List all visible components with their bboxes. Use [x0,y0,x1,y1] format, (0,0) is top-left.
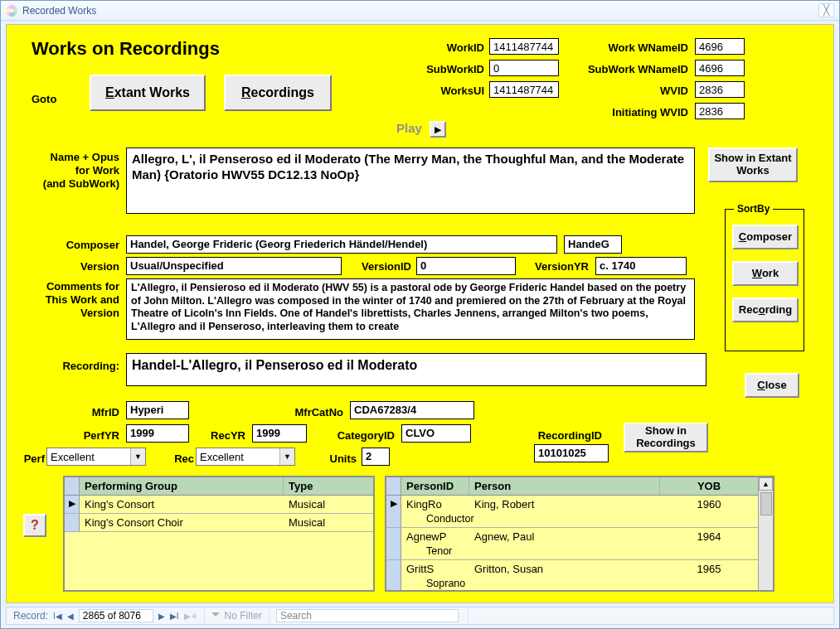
version-label: Version [40,260,119,273]
composer-label: Composer [40,239,119,251]
recordings-button[interactable]: Recordings [224,75,332,111]
sort-work-button[interactable]: Work [732,261,799,286]
chevron-down-icon: ▼ [130,448,145,465]
table-row[interactable]: ▶ King's Consort Musical [65,496,373,514]
versionyr-field[interactable]: c. 1740 [595,257,687,275]
app-icon [6,5,17,17]
table-row[interactable]: King's Consort Choir Musical [65,514,373,532]
extant-works-button[interactable]: Extant Works [90,75,206,111]
subworkid-label: SubWorkID [396,63,484,75]
record-navigator: Record: I◀ ◀ ▶ ▶I ▶✳ No Filter [6,607,834,625]
subworkid-field[interactable]: 0 [489,60,559,76]
grid-body: ▶ King's Consort Musical King's Consort … [65,496,373,590]
mfrid-field[interactable]: Hyperi [126,401,189,419]
record-position-field[interactable] [79,609,153,622]
perf-label: Perf [15,452,45,465]
grid1-col-type: Type [284,477,373,495]
worksui-field[interactable]: 1411487744 [489,81,559,98]
grid1-col-group: Performing Group [80,477,284,495]
initwvid-field[interactable]: 2836 [695,103,745,119]
comments-field[interactable]: L'Allegro, il Pensieroso ed il Moderato … [126,278,695,340]
nameopus-field[interactable]: Allegro, L', il Penseroso ed il Moderato… [126,148,695,214]
nameopus-label-3: (and SubWork) [23,177,119,190]
nav-prev-button[interactable]: ◀ [67,612,74,621]
window-close-button[interactable]: ╳ [818,3,834,17]
worksui-label: WorksUI [396,85,484,97]
categoryid-field[interactable]: CLVO [401,424,471,443]
sort-composer-button[interactable]: Composer [732,225,799,249]
units-field[interactable]: 2 [362,448,390,466]
sort-recording-button[interactable]: Recording [732,298,799,322]
cell-yob: 1960 [660,496,758,513]
versionid-label: VersionID [350,260,411,273]
table-row[interactable]: AgnewP Agnew, Paul 1964 Tenor [386,528,758,560]
recording-field[interactable]: Handel-L'Allegro, il Penseroso ed il Mod… [126,353,706,386]
performing-group-grid[interactable]: Performing Group Type ▶ King's Consort M… [63,476,375,592]
table-row[interactable]: ▶ KingRo King, Robert 1960 Conductor [386,496,758,528]
row-selector[interactable]: ▶ [65,496,80,513]
row-selector-header [65,477,80,495]
perfyr-field[interactable]: 1999 [126,424,189,443]
page-title: Works on Recordings [32,38,220,60]
perf-combo-value: Excellent [51,451,95,463]
window: Recorded Works ╳ Works on Recordings Got… [0,0,840,629]
play-button[interactable]: ▶ [430,121,446,138]
scrollbar[interactable]: ▲ [758,477,773,590]
show-recordings-button[interactable]: Show in Recordings [624,423,708,452]
row-selector[interactable]: ▶ [386,496,401,527]
recyr-field[interactable]: 1999 [252,424,307,443]
subwnameid-label: SubWork WNameID [571,63,688,75]
cell-type: Musical [284,514,373,531]
nav-first-button[interactable]: I◀ [53,612,62,621]
rec-combo-value: Excellent [200,451,244,463]
wnameid-field[interactable]: 4696 [695,38,745,55]
nav-next-button[interactable]: ▶ [158,612,165,621]
search-input[interactable] [276,609,459,622]
close-button[interactable]: Close [745,373,799,398]
mfrcatno-field[interactable]: CDA67283/4 [350,401,474,419]
units-label: Units [320,452,357,465]
nav-new-button[interactable]: ▶✳ [184,612,197,621]
nav-last-button[interactable]: ▶I [170,612,179,621]
workid-label: WorkID [396,41,484,54]
cell-pid: GrittS [401,560,469,578]
show-extant-button[interactable]: Show in Extant Works [708,148,798,182]
wvid-field[interactable]: 2836 [695,81,745,98]
composer-short-field[interactable]: HandeG [564,235,622,254]
mfrid-label: MfrID [65,406,119,419]
goto-label: Goto [32,93,81,105]
recyr-label: RecYR [192,429,245,442]
row-selector[interactable] [386,528,401,559]
play-label: Play [396,121,422,135]
cell-person: Agnew, Paul [469,528,660,545]
perf-combo[interactable]: Excellent ▼ [46,448,146,466]
row-selector[interactable] [386,560,401,590]
scroll-up-icon[interactable]: ▲ [759,477,773,491]
scroll-thumb[interactable] [760,492,772,515]
person-grid[interactable]: PersonID Person YOB ▶ KingRo King, Rober… [385,476,774,592]
wnameid-label: Work WNameID [587,41,688,54]
grid-body: ▶ KingRo King, Robert 1960 Conductor [386,496,758,590]
version-field[interactable]: Usual/Unspecified [126,257,342,275]
versionid-field[interactable]: 0 [416,257,516,275]
recordingid-field[interactable]: 10101025 [534,444,609,462]
recordingid-label: RecordingID [517,429,602,442]
help-button[interactable]: ? [23,514,46,537]
chevron-down-icon: ▼ [279,448,294,465]
cell-pid: KingRo [401,496,469,513]
table-row[interactable]: GrittS Gritton, Susan 1965 Soprano [386,560,758,590]
subwnameid-field[interactable]: 4696 [695,60,745,76]
cell-yob: 1964 [660,528,758,545]
rec-combo[interactable]: Excellent ▼ [196,448,295,466]
grid-header: Performing Group Type [65,477,373,496]
workid-field[interactable]: 1411487744 [489,38,559,55]
mfrcatno-label: MfrCatNo [264,406,343,419]
sortby-group: SortBy Composer Work Recording [725,209,804,351]
grid-header: PersonID Person YOB [386,477,758,496]
composer-field[interactable]: Handel, George Frideric (Georg Friederic… [126,235,557,254]
recordnav-label: Record: [13,610,48,622]
window-title: Recorded Works [22,5,96,17]
row-selector[interactable] [65,514,80,531]
nameopus-label-1: Name + Opus [23,151,119,163]
perfyr-label: PerfYR [56,429,119,442]
